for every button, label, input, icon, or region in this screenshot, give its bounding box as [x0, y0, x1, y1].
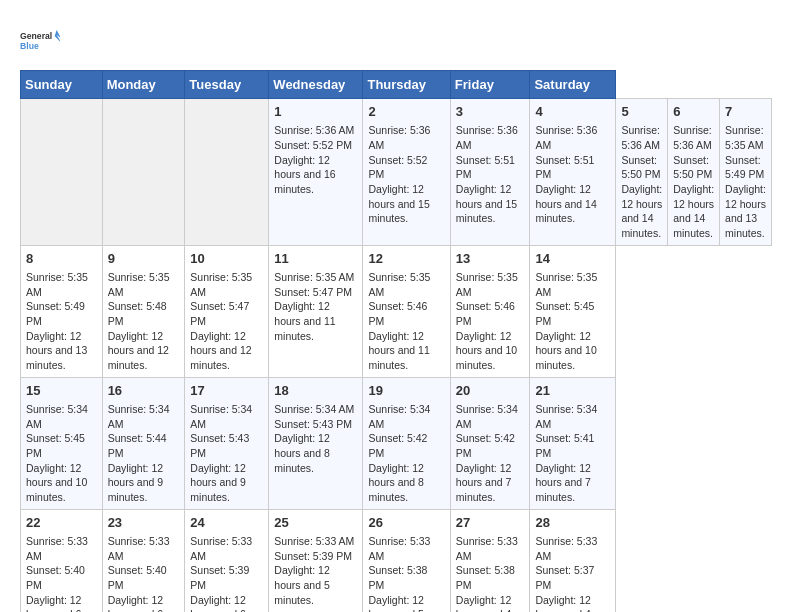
sunrise: Sunrise: 5:35 AM: [725, 124, 764, 151]
sunrise: Sunrise: 5:35 AM: [190, 271, 252, 298]
calendar-cell: 1Sunrise: 5:36 AMSunset: 5:52 PMDaylight…: [269, 99, 363, 246]
sunrise: Sunrise: 5:36 AM: [673, 124, 712, 151]
daylight-label: Daylight: 12 hours and 11 minutes.: [274, 300, 335, 341]
sunrise: Sunrise: 5:34 AM: [26, 403, 88, 430]
day-number: 18: [274, 382, 357, 400]
day-number: 2: [368, 103, 444, 121]
calendar-cell: 13Sunrise: 5:35 AMSunset: 5:46 PMDayligh…: [450, 245, 530, 377]
sunrise: Sunrise: 5:34 AM: [535, 403, 597, 430]
calendar-cell: 25Sunrise: 5:33 AMSunset: 5:39 PMDayligh…: [269, 509, 363, 612]
sunrise: Sunrise: 5:36 AM: [621, 124, 660, 151]
sunrise: Sunrise: 5:35 AM: [456, 271, 518, 298]
logo-icon: General Blue: [20, 20, 60, 60]
daylight-label: Daylight: 12 hours and 5 minutes.: [368, 594, 423, 612]
calendar-cell: 28Sunrise: 5:33 AMSunset: 5:37 PMDayligh…: [530, 509, 616, 612]
day-number: 23: [108, 514, 180, 532]
day-number: 12: [368, 250, 444, 268]
sunrise: Sunrise: 5:35 AM: [368, 271, 430, 298]
sunset: Sunset: 5:42 PM: [368, 432, 427, 459]
day-number: 13: [456, 250, 525, 268]
logo: General Blue: [20, 20, 60, 60]
sunrise: Sunrise: 5:33 AM: [26, 535, 88, 562]
sunrise: Sunrise: 5:35 AM: [274, 271, 354, 283]
sunset: Sunset: 5:38 PM: [456, 564, 515, 591]
day-number: 14: [535, 250, 610, 268]
day-number: 16: [108, 382, 180, 400]
sunrise: Sunrise: 5:34 AM: [108, 403, 170, 430]
sunrise: Sunrise: 5:34 AM: [190, 403, 252, 430]
daylight-label: Daylight: 12 hours and 6 minutes.: [108, 594, 163, 612]
daylight-label: Daylight: 12 hours and 13 minutes.: [725, 183, 766, 239]
sunrise: Sunrise: 5:33 AM: [456, 535, 518, 562]
calendar-cell: 12Sunrise: 5:35 AMSunset: 5:46 PMDayligh…: [363, 245, 450, 377]
sunrise: Sunrise: 5:34 AM: [456, 403, 518, 430]
sunset: Sunset: 5:47 PM: [274, 286, 352, 298]
sunset: Sunset: 5:39 PM: [274, 550, 352, 562]
sunset: Sunset: 5:45 PM: [535, 300, 594, 327]
header-day-friday: Friday: [450, 71, 530, 99]
day-number: 21: [535, 382, 610, 400]
header-day-monday: Monday: [102, 71, 185, 99]
daylight-label: Daylight: 12 hours and 4 minutes.: [456, 594, 511, 612]
daylight-label: Daylight: 12 hours and 10 minutes.: [26, 462, 87, 503]
calendar-cell: 4Sunrise: 5:36 AMSunset: 5:51 PMDaylight…: [530, 99, 616, 246]
sunrise: Sunrise: 5:34 AM: [274, 403, 354, 415]
calendar-cell: 22Sunrise: 5:33 AMSunset: 5:40 PMDayligh…: [21, 509, 103, 612]
day-number: 27: [456, 514, 525, 532]
sunset: Sunset: 5:48 PM: [108, 300, 167, 327]
day-number: 19: [368, 382, 444, 400]
calendar-cell: 6Sunrise: 5:36 AMSunset: 5:50 PMDaylight…: [668, 99, 720, 246]
sunrise: Sunrise: 5:36 AM: [535, 124, 597, 151]
calendar-cell: 19Sunrise: 5:34 AMSunset: 5:42 PMDayligh…: [363, 377, 450, 509]
header-day-thursday: Thursday: [363, 71, 450, 99]
sunset: Sunset: 5:41 PM: [535, 432, 594, 459]
daylight-label: Daylight: 12 hours and 12 minutes.: [108, 330, 169, 371]
sunrise: Sunrise: 5:35 AM: [108, 271, 170, 298]
sunset: Sunset: 5:44 PM: [108, 432, 167, 459]
sunset: Sunset: 5:38 PM: [368, 564, 427, 591]
calendar-cell: 23Sunrise: 5:33 AMSunset: 5:40 PMDayligh…: [102, 509, 185, 612]
calendar-cell: 24Sunrise: 5:33 AMSunset: 5:39 PMDayligh…: [185, 509, 269, 612]
calendar-cell: 11Sunrise: 5:35 AMSunset: 5:47 PMDayligh…: [269, 245, 363, 377]
svg-text:Blue: Blue: [20, 41, 39, 51]
calendar-cell: [185, 99, 269, 246]
day-number: 5: [621, 103, 662, 121]
daylight-label: Daylight: 12 hours and 6 minutes.: [26, 594, 81, 612]
daylight-label: Daylight: 12 hours and 9 minutes.: [108, 462, 163, 503]
calendar-cell: 18Sunrise: 5:34 AMSunset: 5:43 PMDayligh…: [269, 377, 363, 509]
sunset: Sunset: 5:52 PM: [274, 139, 352, 151]
sunset: Sunset: 5:47 PM: [190, 300, 249, 327]
calendar-cell: [21, 99, 103, 246]
day-number: 17: [190, 382, 263, 400]
sunrise: Sunrise: 5:34 AM: [368, 403, 430, 430]
calendar-week-1: 8Sunrise: 5:35 AMSunset: 5:49 PMDaylight…: [21, 245, 772, 377]
daylight-label: Daylight: 12 hours and 14 minutes.: [535, 183, 596, 224]
daylight-label: Daylight: 12 hours and 9 minutes.: [190, 462, 245, 503]
day-number: 9: [108, 250, 180, 268]
daylight-label: Daylight: 12 hours and 8 minutes.: [274, 432, 329, 473]
day-number: 1: [274, 103, 357, 121]
calendar-cell: 16Sunrise: 5:34 AMSunset: 5:44 PMDayligh…: [102, 377, 185, 509]
daylight-label: Daylight: 12 hours and 15 minutes.: [368, 183, 429, 224]
sunset: Sunset: 5:50 PM: [621, 154, 660, 181]
day-number: 15: [26, 382, 97, 400]
calendar-cell: [102, 99, 185, 246]
sunset: Sunset: 5:37 PM: [535, 564, 594, 591]
sunrise: Sunrise: 5:35 AM: [535, 271, 597, 298]
sunset: Sunset: 5:40 PM: [26, 564, 85, 591]
daylight-label: Daylight: 12 hours and 4 minutes.: [535, 594, 590, 612]
calendar-cell: 3Sunrise: 5:36 AMSunset: 5:51 PMDaylight…: [450, 99, 530, 246]
daylight-label: Daylight: 12 hours and 10 minutes.: [456, 330, 517, 371]
day-number: 8: [26, 250, 97, 268]
sunset: Sunset: 5:49 PM: [26, 300, 85, 327]
daylight-label: Daylight: 12 hours and 8 minutes.: [368, 462, 423, 503]
sunset: Sunset: 5:51 PM: [456, 154, 515, 181]
sunset: Sunset: 5:52 PM: [368, 154, 427, 181]
header-day-sunday: Sunday: [21, 71, 103, 99]
calendar-cell: 5Sunrise: 5:36 AMSunset: 5:50 PMDaylight…: [616, 99, 668, 246]
sunrise: Sunrise: 5:33 AM: [368, 535, 430, 562]
day-number: 20: [456, 382, 525, 400]
sunset: Sunset: 5:39 PM: [190, 564, 249, 591]
sunset: Sunset: 5:51 PM: [535, 154, 594, 181]
daylight-label: Daylight: 12 hours and 14 minutes.: [621, 183, 662, 239]
